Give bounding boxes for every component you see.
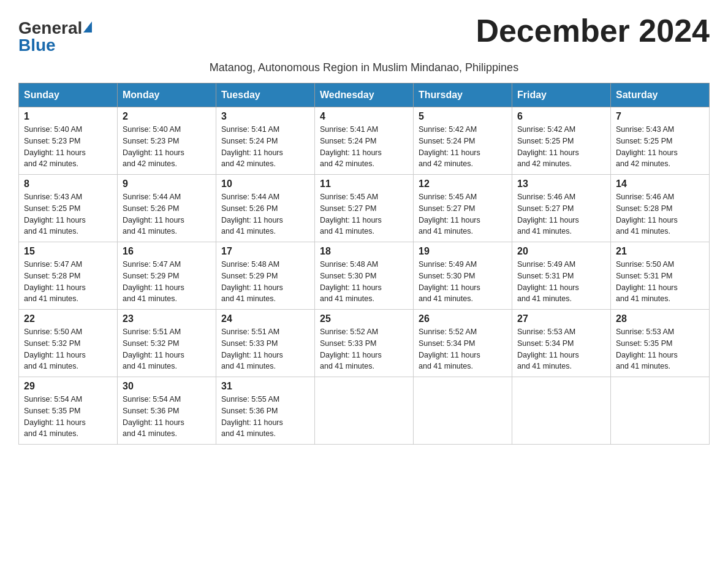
- day-info: Sunrise: 5:42 AM Sunset: 5:25 PM Dayligh…: [517, 124, 605, 170]
- day-number: 25: [320, 313, 408, 324]
- week-row-1: 1 Sunrise: 5:40 AM Sunset: 5:23 PM Dayli…: [19, 107, 710, 175]
- day-info: Sunrise: 5:50 AM Sunset: 5:32 PM Dayligh…: [24, 326, 112, 372]
- day-info: Sunrise: 5:50 AM Sunset: 5:31 PM Dayligh…: [616, 259, 704, 305]
- day-number: 21: [616, 246, 704, 257]
- calendar-cell: 13 Sunrise: 5:46 AM Sunset: 5:27 PM Dayl…: [512, 175, 611, 242]
- day-info: Sunrise: 5:49 AM Sunset: 5:30 PM Dayligh…: [419, 259, 507, 305]
- day-number: 15: [24, 246, 112, 257]
- calendar-cell: 12 Sunrise: 5:45 AM Sunset: 5:27 PM Dayl…: [414, 175, 512, 242]
- day-info: Sunrise: 5:44 AM Sunset: 5:26 PM Dayligh…: [221, 191, 309, 237]
- day-info: Sunrise: 5:46 AM Sunset: 5:28 PM Dayligh…: [616, 191, 704, 237]
- day-info: Sunrise: 5:52 AM Sunset: 5:34 PM Dayligh…: [419, 326, 507, 372]
- subtitle: Matanog, Autonomous Region in Muslim Min…: [18, 61, 710, 74]
- week-row-2: 8 Sunrise: 5:43 AM Sunset: 5:25 PM Dayli…: [19, 175, 710, 242]
- day-info: Sunrise: 5:40 AM Sunset: 5:23 PM Dayligh…: [24, 124, 112, 170]
- calendar-cell: 25 Sunrise: 5:52 AM Sunset: 5:33 PM Dayl…: [315, 310, 414, 377]
- day-info: Sunrise: 5:54 AM Sunset: 5:35 PM Dayligh…: [24, 394, 112, 440]
- day-info: Sunrise: 5:40 AM Sunset: 5:23 PM Dayligh…: [123, 124, 211, 170]
- day-header-saturday: Saturday: [611, 83, 710, 107]
- day-number: 24: [221, 313, 309, 324]
- day-header-monday: Monday: [118, 83, 216, 107]
- day-info: Sunrise: 5:43 AM Sunset: 5:25 PM Dayligh…: [616, 124, 704, 170]
- calendar-cell: 19 Sunrise: 5:49 AM Sunset: 5:30 PM Dayl…: [414, 242, 512, 310]
- day-info: Sunrise: 5:48 AM Sunset: 5:30 PM Dayligh…: [320, 259, 408, 305]
- day-number: 28: [616, 313, 704, 324]
- calendar-cell: 18 Sunrise: 5:48 AM Sunset: 5:30 PM Dayl…: [315, 242, 414, 310]
- calendar-cell: 20 Sunrise: 5:49 AM Sunset: 5:31 PM Dayl…: [512, 242, 611, 310]
- calendar-cell: 22 Sunrise: 5:50 AM Sunset: 5:32 PM Dayl…: [19, 310, 118, 377]
- day-header-sunday: Sunday: [19, 83, 118, 107]
- day-number: 2: [123, 111, 211, 122]
- day-number: 26: [419, 313, 507, 324]
- calendar-cell: 28 Sunrise: 5:53 AM Sunset: 5:35 PM Dayl…: [611, 310, 710, 377]
- day-info: Sunrise: 5:46 AM Sunset: 5:27 PM Dayligh…: [517, 191, 605, 237]
- day-info: Sunrise: 5:42 AM Sunset: 5:24 PM Dayligh…: [419, 124, 507, 170]
- day-number: 17: [221, 246, 309, 257]
- day-number: 7: [616, 111, 704, 122]
- logo-blue-part: [82, 24, 92, 33]
- day-number: 31: [221, 381, 309, 392]
- day-info: Sunrise: 5:41 AM Sunset: 5:24 PM Dayligh…: [221, 124, 309, 170]
- day-info: Sunrise: 5:51 AM Sunset: 5:33 PM Dayligh…: [221, 326, 309, 372]
- week-row-4: 22 Sunrise: 5:50 AM Sunset: 5:32 PM Dayl…: [19, 310, 710, 377]
- day-info: Sunrise: 5:45 AM Sunset: 5:27 PM Dayligh…: [320, 191, 408, 237]
- day-number: 11: [320, 178, 408, 190]
- day-info: Sunrise: 5:47 AM Sunset: 5:29 PM Dayligh…: [123, 259, 211, 305]
- week-row-5: 29 Sunrise: 5:54 AM Sunset: 5:35 PM Dayl…: [19, 377, 710, 445]
- calendar-cell: 10 Sunrise: 5:44 AM Sunset: 5:26 PM Dayl…: [216, 175, 315, 242]
- day-header-wednesday: Wednesday: [315, 83, 414, 107]
- day-number: 3: [221, 111, 309, 122]
- calendar-cell: 27 Sunrise: 5:53 AM Sunset: 5:34 PM Dayl…: [512, 310, 611, 377]
- month-title: December 2024: [476, 12, 710, 49]
- calendar-cell: 16 Sunrise: 5:47 AM Sunset: 5:29 PM Dayl…: [118, 242, 216, 310]
- day-number: 29: [24, 381, 112, 392]
- calendar-cell: 4 Sunrise: 5:41 AM Sunset: 5:24 PM Dayli…: [315, 107, 414, 175]
- calendar-cell: 9 Sunrise: 5:44 AM Sunset: 5:26 PM Dayli…: [118, 175, 216, 242]
- day-number: 16: [123, 246, 211, 257]
- day-number: 18: [320, 246, 408, 257]
- day-info: Sunrise: 5:41 AM Sunset: 5:24 PM Dayligh…: [320, 124, 408, 170]
- day-info: Sunrise: 5:53 AM Sunset: 5:35 PM Dayligh…: [616, 326, 704, 372]
- day-info: Sunrise: 5:51 AM Sunset: 5:32 PM Dayligh…: [123, 326, 211, 372]
- day-number: 5: [419, 111, 507, 122]
- logo-blue-text: Blue: [18, 36, 56, 55]
- day-number: 30: [123, 381, 211, 392]
- calendar-cell: [611, 377, 710, 445]
- calendar-cell: 21 Sunrise: 5:50 AM Sunset: 5:31 PM Dayl…: [611, 242, 710, 310]
- calendar-cell: 30 Sunrise: 5:54 AM Sunset: 5:36 PM Dayl…: [118, 377, 216, 445]
- calendar-cell: 26 Sunrise: 5:52 AM Sunset: 5:34 PM Dayl…: [414, 310, 512, 377]
- day-info: Sunrise: 5:52 AM Sunset: 5:33 PM Dayligh…: [320, 326, 408, 372]
- day-number: 14: [616, 178, 704, 190]
- calendar-cell: [414, 377, 512, 445]
- calendar-cell: 14 Sunrise: 5:46 AM Sunset: 5:28 PM Dayl…: [611, 175, 710, 242]
- day-number: 20: [517, 246, 605, 257]
- day-number: 23: [123, 313, 211, 324]
- day-info: Sunrise: 5:43 AM Sunset: 5:25 PM Dayligh…: [24, 191, 112, 237]
- calendar-cell: 23 Sunrise: 5:51 AM Sunset: 5:32 PM Dayl…: [118, 310, 216, 377]
- day-info: Sunrise: 5:48 AM Sunset: 5:29 PM Dayligh…: [221, 259, 309, 305]
- calendar-cell: 5 Sunrise: 5:42 AM Sunset: 5:24 PM Dayli…: [414, 107, 512, 175]
- calendar-cell: 24 Sunrise: 5:51 AM Sunset: 5:33 PM Dayl…: [216, 310, 315, 377]
- calendar-cell: 2 Sunrise: 5:40 AM Sunset: 5:23 PM Dayli…: [118, 107, 216, 175]
- day-number: 12: [419, 178, 507, 190]
- day-number: 19: [419, 246, 507, 257]
- day-number: 6: [517, 111, 605, 122]
- day-info: Sunrise: 5:47 AM Sunset: 5:28 PM Dayligh…: [24, 259, 112, 305]
- calendar-cell: 1 Sunrise: 5:40 AM Sunset: 5:23 PM Dayli…: [19, 107, 118, 175]
- day-info: Sunrise: 5:45 AM Sunset: 5:27 PM Dayligh…: [419, 191, 507, 237]
- calendar-cell: 7 Sunrise: 5:43 AM Sunset: 5:25 PM Dayli…: [611, 107, 710, 175]
- calendar-cell: 31 Sunrise: 5:55 AM Sunset: 5:36 PM Dayl…: [216, 377, 315, 445]
- day-info: Sunrise: 5:53 AM Sunset: 5:34 PM Dayligh…: [517, 326, 605, 372]
- day-info: Sunrise: 5:55 AM Sunset: 5:36 PM Dayligh…: [221, 394, 309, 440]
- day-header-friday: Friday: [512, 83, 611, 107]
- day-number: 27: [517, 313, 605, 324]
- day-number: 22: [24, 313, 112, 324]
- day-number: 8: [24, 178, 112, 190]
- day-number: 1: [24, 111, 112, 122]
- page-header: General Blue December 2024: [18, 12, 710, 55]
- day-info: Sunrise: 5:44 AM Sunset: 5:26 PM Dayligh…: [123, 191, 211, 237]
- calendar-header-row: SundayMondayTuesdayWednesdayThursdayFrid…: [19, 83, 710, 107]
- day-info: Sunrise: 5:54 AM Sunset: 5:36 PM Dayligh…: [123, 394, 211, 440]
- calendar-cell: 11 Sunrise: 5:45 AM Sunset: 5:27 PM Dayl…: [315, 175, 414, 242]
- logo-arrow-icon: [83, 21, 92, 33]
